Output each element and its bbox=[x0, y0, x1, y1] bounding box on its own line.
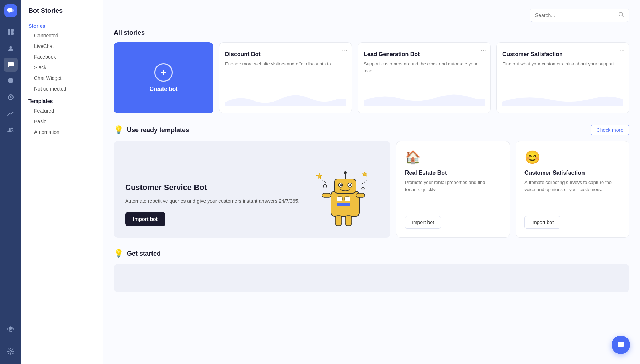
svg-point-10 bbox=[11, 128, 13, 130]
get-started-lightbulb-icon: 💡 bbox=[114, 249, 123, 258]
bot-card-wave-2 bbox=[502, 92, 623, 107]
sidebar-automation[interactable]: Automation bbox=[21, 127, 103, 137]
svg-point-6 bbox=[10, 46, 12, 49]
bot-card-2: ··· Customer Satisfaction Find out what … bbox=[496, 42, 629, 113]
templates-section-title: Use ready templates bbox=[127, 126, 189, 134]
svg-rect-2 bbox=[8, 29, 10, 32]
sidebar-featured[interactable]: Featured bbox=[21, 105, 103, 116]
real-estate-icon: 🏠 bbox=[405, 150, 501, 165]
sidebar-not-connected[interactable]: Not connected bbox=[21, 83, 103, 94]
sidebar-slack[interactable]: Slack bbox=[21, 62, 103, 73]
featured-card-description: Automate repetitive queries and give you… bbox=[125, 197, 308, 205]
bot-card-1: ··· Lead Generation Bot Support customer… bbox=[358, 42, 491, 113]
create-bot-label: Create bot bbox=[149, 86, 177, 92]
bot-card-title-2: Customer Satisfaction bbox=[502, 51, 623, 58]
bot-card-wave-1 bbox=[364, 92, 485, 107]
sidebar-title: Bot Stories bbox=[21, 7, 103, 20]
templates-grid: Customer Service Bot Automate repetitive… bbox=[114, 141, 629, 238]
real-estate-bot-card: 🏠 Real Estate Bot Promote your rental pr… bbox=[396, 141, 510, 238]
svg-rect-25 bbox=[356, 193, 365, 197]
svg-rect-4 bbox=[8, 32, 10, 35]
sidebar-basic[interactable]: Basic bbox=[21, 116, 103, 127]
svg-rect-26 bbox=[335, 216, 342, 226]
svg-rect-1 bbox=[10, 9, 14, 12]
check-more-button[interactable]: Check more bbox=[591, 125, 629, 135]
sidebar-chat-widget[interactable]: Chat Widget bbox=[21, 73, 103, 83]
featured-card-title: Customer Service Bot bbox=[125, 183, 308, 193]
search-bar[interactable] bbox=[530, 9, 629, 22]
get-started-section: 💡 Get started bbox=[114, 249, 629, 258]
fab-chat-button[interactable] bbox=[612, 336, 630, 354]
get-started-title: Get started bbox=[127, 250, 161, 257]
search-icon bbox=[618, 12, 624, 19]
main-header bbox=[114, 9, 629, 22]
svg-rect-22 bbox=[345, 197, 350, 201]
sidebar-templates-header[interactable]: Templates bbox=[21, 94, 103, 105]
main-content: All stories + Create bot ··· Discount Bo… bbox=[103, 0, 640, 364]
svg-rect-3 bbox=[11, 29, 14, 32]
nav-chat[interactable] bbox=[4, 58, 18, 72]
stories-grid: + Create bot ··· Discount Bot Engage mor… bbox=[114, 42, 629, 113]
sidebar: Bot Stories Stories Connected LiveChat F… bbox=[21, 0, 103, 364]
nav-database[interactable] bbox=[4, 74, 18, 88]
app-logo[interactable] bbox=[4, 4, 17, 17]
svg-rect-27 bbox=[345, 216, 352, 226]
svg-point-9 bbox=[9, 128, 11, 130]
all-stories-title: All stories bbox=[114, 29, 629, 37]
bot-card-wave-0 bbox=[225, 92, 346, 107]
search-input[interactable] bbox=[535, 12, 615, 18]
svg-point-20 bbox=[349, 184, 351, 186]
bot-card-0: ··· Discount Bot Engage more website vis… bbox=[219, 42, 352, 113]
real-estate-title: Real Estate Bot bbox=[405, 170, 501, 176]
bot-card-menu-2[interactable]: ··· bbox=[619, 47, 625, 54]
lightbulb-icon: 💡 bbox=[114, 125, 123, 135]
svg-point-31 bbox=[362, 187, 364, 190]
nav-academy[interactable] bbox=[4, 322, 18, 336]
create-bot-plus-icon: + bbox=[154, 63, 173, 82]
featured-illustration bbox=[308, 152, 379, 238]
satisfaction-icon: 😊 bbox=[524, 150, 620, 165]
svg-rect-23 bbox=[337, 203, 350, 206]
sidebar-livechat[interactable]: LiveChat bbox=[21, 41, 103, 51]
real-estate-desc: Promote your rental properties and find … bbox=[405, 179, 501, 210]
templates-section-header: 💡 Use ready templates Check more bbox=[114, 125, 629, 135]
nav-history[interactable] bbox=[4, 90, 18, 104]
satisfaction-desc: Automate collecting surveys to capture t… bbox=[524, 179, 620, 210]
bot-card-desc-1: Support customers around the clock and a… bbox=[364, 60, 485, 87]
svg-point-30 bbox=[323, 184, 327, 188]
bot-card-desc-0: Engage more website visitors and offer d… bbox=[225, 60, 346, 87]
real-estate-import-button[interactable]: Import bot bbox=[405, 216, 441, 229]
sidebar-connected[interactable]: Connected bbox=[21, 30, 103, 41]
svg-rect-21 bbox=[337, 197, 342, 201]
svg-line-29 bbox=[361, 181, 367, 184]
featured-import-button[interactable]: Import bot bbox=[125, 212, 165, 226]
nav-settings[interactable] bbox=[4, 344, 18, 358]
svg-rect-24 bbox=[322, 193, 331, 197]
featured-customer-service-card: Customer Service Bot Automate repetitive… bbox=[114, 141, 390, 238]
svg-point-11 bbox=[10, 351, 12, 352]
customer-satisfaction-card: 😊 Customer Satisfaction Automate collect… bbox=[516, 141, 629, 238]
satisfaction-title: Customer Satisfaction bbox=[524, 170, 620, 176]
nav-team[interactable] bbox=[4, 123, 18, 137]
icon-navigation bbox=[0, 0, 21, 364]
sidebar-stories-link[interactable]: Stories bbox=[21, 20, 103, 30]
bot-card-title-1: Lead Generation Bot bbox=[364, 51, 485, 58]
nav-contacts[interactable] bbox=[4, 41, 18, 55]
svg-point-19 bbox=[340, 184, 342, 186]
svg-rect-5 bbox=[11, 32, 14, 35]
create-bot-card[interactable]: + Create bot bbox=[114, 42, 213, 113]
bot-card-menu-0[interactable]: ··· bbox=[342, 47, 347, 54]
bot-card-menu-1[interactable]: ··· bbox=[481, 47, 486, 54]
satisfaction-import-button[interactable]: Import bot bbox=[524, 216, 560, 229]
bot-card-desc-2: Find out what your customers think about… bbox=[502, 60, 623, 87]
nav-dashboard[interactable] bbox=[4, 25, 18, 39]
svg-point-16 bbox=[344, 171, 347, 174]
get-started-content bbox=[114, 264, 629, 292]
nav-analytics[interactable] bbox=[4, 107, 18, 121]
bot-card-title-0: Discount Bot bbox=[225, 51, 346, 58]
sidebar-facebook[interactable]: Facebook bbox=[21, 51, 103, 62]
